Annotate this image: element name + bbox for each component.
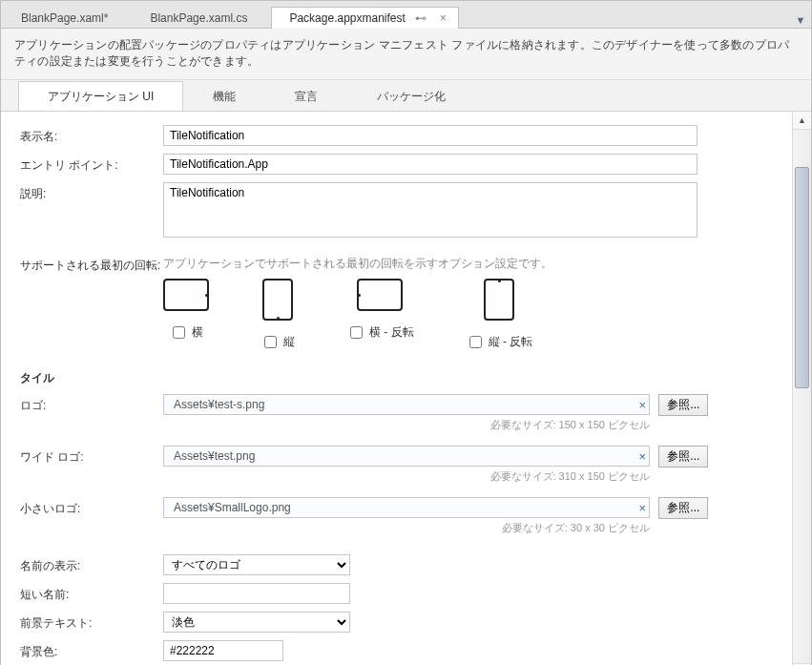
rotation-opt-label: 横: [192, 324, 203, 341]
file-tab-blankpage-xaml[interactable]: BlankPage.xaml*: [3, 7, 126, 29]
rotation-opt-label: 縦: [283, 334, 295, 350]
manifest-designer-window: BlankPage.xaml* BlankPage.xaml.cs Packag…: [0, 0, 812, 665]
label-rotation: サポートされる最初の回転:: [20, 254, 163, 274]
document-tabs: BlankPage.xaml* BlankPage.xaml.cs Packag…: [1, 1, 811, 29]
tab-application-ui[interactable]: アプリケーション UI: [18, 81, 183, 112]
tab-capabilities[interactable]: 機能: [183, 81, 265, 112]
label-showname: 名前の表示:: [20, 554, 163, 574]
rotation-landscape-icon: [163, 279, 209, 311]
designer-inner-tabs: アプリケーション UI 機能 宣言 パッケージ化: [1, 80, 811, 111]
label-entry-point: エントリ ポイント:: [20, 154, 163, 174]
widelogo-input[interactable]: [163, 446, 650, 467]
clear-icon[interactable]: ×: [638, 399, 646, 411]
browse-button[interactable]: 参照...: [658, 497, 708, 519]
close-icon[interactable]: ×: [437, 8, 450, 29]
file-tab-label: BlankPage.xaml*: [21, 11, 108, 25]
rotation-portrait-icon: [262, 279, 293, 321]
scroll-thumb[interactable]: [795, 167, 809, 388]
form-region: 表示名: エントリ ポイント: 説明: TileNotification サポー…: [1, 111, 811, 665]
label-display-name: 表示名:: [20, 125, 163, 145]
file-tab-label: BlankPage.xaml.cs: [150, 11, 247, 25]
file-tab-blankpage-cs[interactable]: BlankPage.xaml.cs: [132, 7, 265, 29]
rotation-landscape-flipped-icon: [357, 279, 403, 311]
file-tab-package-manifest[interactable]: Package.appxmanifest ⊷ ×: [271, 7, 458, 29]
label-bgcolor: 背景色:: [20, 640, 163, 660]
pin-icon[interactable]: ⊷: [414, 8, 427, 29]
smalllogo-size-hint: 必要なサイズ: 30 x 30 ピクセル: [163, 521, 650, 535]
file-tab-label: Package.appxmanifest: [289, 11, 405, 25]
bgcolor-input[interactable]: [163, 640, 283, 661]
display-name-input[interactable]: [163, 125, 697, 146]
tab-declarations[interactable]: 宣言: [265, 81, 347, 112]
rotation-portrait-flipped-icon: [484, 279, 514, 321]
logo-input[interactable]: [163, 394, 650, 415]
browse-button[interactable]: 参照...: [658, 446, 708, 468]
vertical-scrollbar[interactable]: ▲ ▼: [792, 112, 811, 665]
tabs-overflow-icon[interactable]: ▼: [792, 14, 809, 28]
tab-label: パッケージ化: [377, 90, 446, 103]
section-tile: タイル: [20, 370, 775, 386]
label-shortname: 短い名前:: [20, 583, 163, 603]
clear-icon[interactable]: ×: [638, 502, 646, 514]
scroll-up-icon[interactable]: ▲: [793, 112, 811, 130]
entry-point-input[interactable]: [163, 154, 697, 175]
clear-icon[interactable]: ×: [638, 450, 646, 463]
label-widelogo: ワイド ロゴ:: [20, 446, 163, 466]
designer-description: アプリケーションの配置パッケージのプロパティはアプリケーション マニフェスト フ…: [1, 29, 811, 80]
foretext-select[interactable]: 淡色: [163, 612, 350, 633]
rotation-hint: アプリケーションでサポートされる最初の回転を示すオプション設定です。: [163, 257, 775, 271]
showname-select[interactable]: すべてのロゴ: [163, 554, 350, 575]
label-foretext: 前景テキスト:: [20, 612, 163, 632]
browse-button[interactable]: 参照...: [658, 394, 708, 416]
smalllogo-input[interactable]: [163, 497, 650, 518]
label-smalllogo: 小さいロゴ:: [20, 497, 163, 517]
rotation-landscape-flipped-checkbox[interactable]: [350, 326, 363, 339]
rotation-portrait-checkbox[interactable]: [264, 336, 277, 348]
tab-label: 宣言: [295, 90, 318, 103]
tab-label: アプリケーション UI: [48, 90, 154, 103]
logo-size-hint: 必要なサイズ: 150 x 150 ピクセル: [163, 418, 650, 432]
rotation-landscape-checkbox[interactable]: [173, 326, 185, 339]
widelogo-size-hint: 必要なサイズ: 310 x 150 ピクセル: [163, 469, 650, 484]
shortname-input[interactable]: [163, 583, 350, 604]
tab-packaging[interactable]: パッケージ化: [347, 81, 475, 112]
label-logo: ロゴ:: [20, 394, 163, 414]
description-input[interactable]: TileNotification: [163, 182, 697, 238]
rotation-portrait-flipped-checkbox[interactable]: [469, 336, 482, 348]
label-description: 説明:: [20, 182, 163, 202]
form-body: 表示名: エントリ ポイント: 説明: TileNotification サポー…: [1, 112, 792, 665]
tab-label: 機能: [213, 90, 236, 103]
rotation-opt-label: 横 - 反転: [369, 324, 414, 341]
rotation-opt-label: 縦 - 反転: [489, 334, 533, 350]
